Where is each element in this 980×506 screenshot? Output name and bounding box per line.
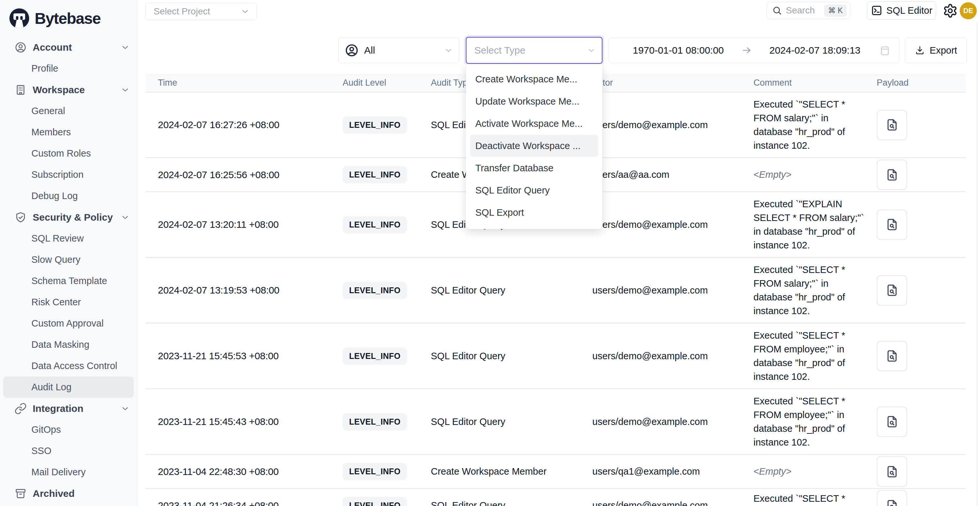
user-avatar[interactable]: DE	[960, 2, 977, 19]
cell-actor: users/demo@example.com	[580, 351, 741, 361]
cell-payload	[870, 341, 966, 371]
file-search-icon	[885, 465, 899, 479]
sidebar-item-schema-template[interactable]: Schema Template	[0, 271, 137, 291]
search-input[interactable]: Search ⌘ K	[767, 2, 850, 19]
column-header-comment: Comment	[741, 78, 870, 88]
level-badge: LEVEL_INFO	[342, 166, 407, 183]
type-option-create-workspace-member[interactable]: Create Workspace Me...	[466, 68, 602, 90]
sidebar-item-members[interactable]: Members	[0, 122, 137, 143]
search-shortcut-badge: ⌘ K	[824, 5, 846, 17]
scrollbar-track[interactable]	[977, 23, 977, 506]
cell-audit-level: LEVEL_INFO	[330, 497, 418, 506]
payload-view-button[interactable]	[877, 159, 907, 190]
actor-filter-select[interactable]: All	[338, 38, 459, 63]
type-option-sql-editor-query[interactable]: SQL Editor Query	[466, 179, 602, 201]
level-badge: LEVEL_INFO	[342, 116, 407, 134]
sidebar-item-risk-center[interactable]: Risk Center	[0, 291, 137, 313]
sidebar-item-sql-review[interactable]: SQL Review	[0, 228, 137, 249]
cell-payload	[870, 490, 966, 506]
cell-actor: users/demo@example.com	[580, 500, 741, 506]
sidebar-item-custom-roles[interactable]: Custom Roles	[0, 143, 137, 164]
table-row[interactable]: 2023-11-21 15:45:53 +08:00 LEVEL_INFO SQ…	[145, 324, 966, 389]
sidebar-item-mail-delivery[interactable]: Mail Delivery	[0, 461, 137, 483]
date-range-picker[interactable]: 1970-01-01 08:00:00 2024-02-07 18:09:13	[609, 38, 900, 63]
sidebar-item-slow-query[interactable]: Slow Query	[0, 249, 137, 271]
table-row[interactable]: 2024-02-07 13:19:53 +08:00 LEVEL_INFO SQ…	[145, 258, 966, 324]
sidebar-item-security-policy[interactable]: Security & Policy	[0, 207, 137, 228]
shield-check-icon	[14, 211, 27, 224]
audit-log-page: Bytebase Account Profile Workspace Gener…	[0, 0, 980, 506]
export-button[interactable]: Export	[905, 38, 967, 63]
arrow-right-icon	[741, 45, 752, 56]
type-option-deactivate-workspace-member[interactable]: Deactivate Workspace ...	[470, 135, 598, 157]
sidebar-item-sso[interactable]: SSO	[0, 440, 137, 461]
payload-view-button[interactable]	[877, 275, 907, 306]
payload-view-button[interactable]	[877, 407, 907, 437]
sidebar-item-data-masking[interactable]: Data Masking	[0, 334, 137, 355]
payload-view-button[interactable]	[877, 456, 907, 487]
sidebar-item-data-access-control[interactable]: Data Access Control	[0, 355, 137, 377]
chevron-down-icon	[121, 404, 130, 413]
user-circle-icon	[14, 41, 27, 54]
date-end[interactable]: 2024-02-07 18:09:13	[754, 45, 876, 56]
file-search-icon	[885, 415, 899, 428]
building-icon	[14, 83, 27, 96]
type-option-sql-export[interactable]: SQL Export	[466, 201, 602, 224]
sidebar-item-general[interactable]: General	[0, 100, 137, 122]
settings-gear-icon[interactable]	[942, 3, 958, 19]
calendar-icon	[879, 45, 891, 56]
column-header-actor: Actor	[580, 78, 741, 88]
sidebar-item-integration[interactable]: Integration	[0, 398, 137, 419]
sidebar-item-account[interactable]: Account	[0, 37, 137, 58]
sidebar-item-debug-log[interactable]: Debug Log	[0, 185, 137, 207]
column-header-payload: Payload	[870, 78, 966, 88]
cell-time: 2024-02-07 13:20:11 +08:00	[145, 219, 330, 230]
cell-time: 2024-02-07 16:25:56 +08:00	[145, 169, 330, 180]
level-badge: LEVEL_INFO	[342, 282, 407, 299]
cell-audit-level: LEVEL_INFO	[330, 166, 418, 183]
payload-view-button[interactable]	[877, 490, 907, 506]
cell-actor: users/aa@aa.com	[580, 169, 741, 180]
cell-time: 2024-02-07 13:19:53 +08:00	[145, 285, 330, 296]
table-row[interactable]: 2023-11-04 21:26:34 +08:00 LEVEL_INFO SQ…	[145, 489, 966, 506]
date-start[interactable]: 1970-01-01 08:00:00	[617, 45, 739, 56]
type-option-activate-workspace-member[interactable]: Activate Workspace Me...	[466, 113, 602, 135]
column-header-time: Time	[145, 78, 330, 88]
type-option-update-workspace-member[interactable]: Update Workspace Me...	[466, 90, 602, 113]
bytebase-logo-icon	[8, 8, 30, 29]
cell-audit-level: LEVEL_INFO	[330, 347, 418, 365]
chevron-down-icon	[587, 46, 596, 55]
payload-view-button[interactable]	[877, 341, 907, 371]
type-filter-select[interactable]: Select Type	[466, 37, 603, 64]
cell-payload	[870, 210, 966, 240]
chevron-down-icon	[444, 46, 453, 55]
sidebar-item-profile[interactable]: Profile	[0, 58, 137, 79]
level-badge: LEVEL_INFO	[342, 497, 407, 506]
sidebar-item-subscription[interactable]: Subscription	[0, 164, 137, 185]
sidebar-item-custom-approval[interactable]: Custom Approval	[0, 313, 137, 334]
type-option-transfer-database[interactable]: Transfer Database	[466, 157, 602, 179]
sidebar-item-workspace[interactable]: Workspace	[0, 79, 137, 100]
chevron-down-icon	[121, 213, 130, 222]
sidebar-item-gitops[interactable]: GitOps	[0, 419, 137, 440]
payload-view-button[interactable]	[877, 210, 907, 240]
cell-actor: users/qa1@example.com	[580, 466, 741, 477]
cell-comment: Executed `"SELECT * FROM employee;"` in …	[741, 328, 870, 383]
bytebase-logo[interactable]: Bytebase	[0, 0, 137, 37]
sidebar-item-archived[interactable]: Archived	[0, 483, 137, 504]
file-search-icon	[885, 283, 899, 297]
cell-time: 2023-11-04 22:48:30 +08:00	[145, 466, 330, 477]
table-row[interactable]: 2023-11-21 15:45:43 +08:00 LEVEL_INFO SQ…	[145, 389, 966, 455]
cell-audit-level: LEVEL_INFO	[330, 216, 418, 233]
cell-comment: <Empty>	[741, 465, 870, 478]
cell-comment: Executed `"SELECT * FROM salary;"` in da…	[741, 97, 870, 152]
file-search-icon	[885, 118, 899, 132]
cell-time: 2023-11-21 15:45:43 +08:00	[145, 416, 330, 427]
project-select[interactable]: Select Project	[145, 3, 257, 20]
cell-comment: Executed `"EXPLAIN SELECT * FROM salary;…	[741, 197, 870, 252]
sql-editor-button[interactable]: SQL Editor	[867, 1, 936, 20]
payload-view-button[interactable]	[877, 110, 907, 140]
cell-actor: users/demo@example.com	[580, 417, 741, 427]
sidebar-item-audit-log[interactable]: Audit Log	[3, 377, 134, 398]
table-row[interactable]: 2023-11-04 22:48:30 +08:00 LEVEL_INFO Cr…	[145, 455, 966, 489]
